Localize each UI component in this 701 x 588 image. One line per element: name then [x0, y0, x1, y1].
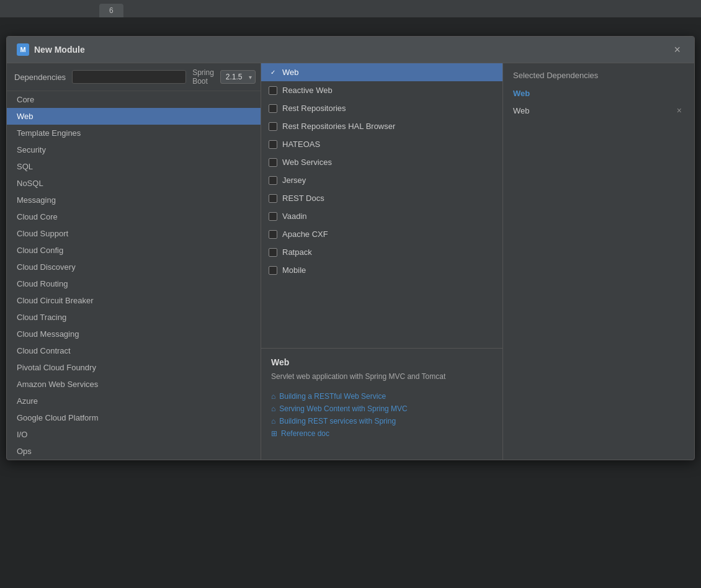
sidebar-item-cloud-messaging[interactable]: Cloud Messaging — [7, 326, 261, 342]
sidebar-item-cloud-tracing[interactable]: Cloud Tracing — [7, 309, 261, 326]
middle-panel: WebReactive WebRest RepositoriesRest Rep… — [261, 63, 503, 460]
sidebar-item-ops[interactable]: Ops — [7, 443, 261, 460]
search-wrapper: 🔍 — [72, 70, 186, 84]
dep-item-ratpack[interactable]: Ratpack — [261, 243, 502, 261]
guide-links: ⌂Building a RESTful Web Service⌂Serving … — [271, 392, 493, 438]
sidebar-item-web[interactable]: Web — [7, 108, 261, 125]
sidebar-item-cloud-discovery[interactable]: Cloud Discovery — [7, 259, 261, 275]
sidebar-item-messaging[interactable]: Messaging — [7, 192, 261, 208]
checkbox-rest-repositories[interactable] — [269, 104, 277, 113]
sidebar-item-cloud-routing[interactable]: Cloud Routing — [7, 275, 261, 292]
dep-item-vaadin[interactable]: Vaadin — [261, 207, 502, 225]
checkbox-mobile[interactable] — [269, 266, 277, 275]
dep-item-rest-docs[interactable]: REST Docs — [261, 189, 502, 207]
modal-header-left: M New Module — [17, 43, 85, 56]
guide-link-guide-restful[interactable]: ⌂Building a RESTful Web Service — [271, 392, 493, 401]
guide-icon-guide-ref-doc: ⊞ — [271, 429, 277, 438]
checkbox-vaadin[interactable] — [269, 212, 277, 221]
sidebar-item-security[interactable]: Security — [7, 141, 261, 158]
checkbox-web[interactable] — [269, 68, 277, 77]
selected-deps-list: WebWeb× — [513, 89, 684, 118]
dep-label-web: Web — [282, 68, 299, 77]
selected-dep-name-web-selected: Web — [513, 106, 530, 115]
guide-text-guide-ref-doc: Reference doc — [281, 429, 329, 438]
guide-icon-guide-rest-spring: ⌂ — [271, 417, 275, 425]
tab-6[interactable]: 6 — [99, 4, 123, 17]
sidebar-item-amazon-web-services[interactable]: Amazon Web Services — [7, 376, 261, 393]
category-list: CoreWebTemplate EnginesSecuritySQLNoSQLM… — [7, 91, 261, 460]
dep-item-mobile[interactable]: Mobile — [261, 261, 502, 279]
sidebar-item-nosql[interactable]: NoSQL — [7, 175, 261, 192]
sidebar-item-sql[interactable]: SQL — [7, 158, 261, 175]
dep-items-list: WebReactive WebRest RepositoriesRest Rep… — [261, 63, 502, 348]
modal-body: Dependencies 🔍 Spring Boot 2.1.52.2.02.0… — [7, 63, 694, 460]
right-panel: Selected Dependencies WebWeb× — [503, 63, 694, 460]
checkbox-hateoas[interactable] — [269, 140, 277, 149]
dep-label-hateoas: HATEOAS — [282, 140, 320, 149]
dep-label-ratpack: Ratpack — [282, 247, 312, 257]
dep-desc-title: Web — [271, 357, 493, 367]
guide-icon-guide-restful: ⌂ — [271, 392, 275, 401]
checkbox-apache-cxf[interactable] — [269, 230, 277, 239]
sidebar-item-template-engines[interactable]: Template Engines — [7, 125, 261, 141]
dep-label-rest-repositories: Rest Repositories — [282, 104, 346, 113]
new-module-dialog: M New Module × Dependencies 🔍 Spring Boo… — [6, 36, 695, 460]
sidebar-item-cloud-circuit-breaker[interactable]: Cloud Circuit Breaker — [7, 292, 261, 309]
dep-item-jersey[interactable]: Jersey — [261, 171, 502, 189]
dep-item-rest-repositories-hal[interactable]: Rest Repositories HAL Browser — [261, 117, 502, 135]
dep-item-hateoas[interactable]: HATEOAS — [261, 135, 502, 153]
spring-boot-label: Spring Boot — [192, 68, 214, 86]
version-wrapper: 2.1.52.2.02.0.9 ▾ — [220, 70, 256, 84]
search-input[interactable] — [72, 70, 186, 84]
sidebar-item-pivotal-cloud-foundry[interactable]: Pivotal Cloud Foundry — [7, 359, 261, 376]
guide-icon-guide-serving: ⌂ — [271, 404, 275, 413]
dep-item-rest-repositories[interactable]: Rest Repositories — [261, 99, 502, 117]
dep-label-rest-repositories-hal: Rest Repositories HAL Browser — [282, 122, 395, 131]
modal-title: New Module — [34, 45, 85, 55]
top-controls: Dependencies 🔍 Spring Boot 2.1.52.2.02.0… — [7, 63, 261, 91]
guide-link-guide-serving[interactable]: ⌂Serving Web Content with Spring MVC — [271, 404, 493, 413]
dep-label-apache-cxf: Apache CXF — [282, 229, 328, 239]
left-panel: Dependencies 🔍 Spring Boot 2.1.52.2.02.0… — [7, 63, 261, 460]
module-icon: M — [17, 43, 29, 56]
checkbox-jersey[interactable] — [269, 176, 277, 185]
sidebar-item-azure[interactable]: Azure — [7, 393, 261, 409]
sidebar-item-io[interactable]: I/O — [7, 426, 261, 443]
sidebar-item-cloud-config[interactable]: Cloud Config — [7, 242, 261, 259]
remove-dep-button-web-selected[interactable]: × — [674, 105, 684, 115]
selected-deps-header: Selected Dependencies — [513, 71, 684, 80]
checkbox-ratpack[interactable] — [269, 248, 277, 257]
sidebar-item-google-cloud-platform[interactable]: Google Cloud Platform — [7, 409, 261, 426]
dep-item-reactive-web[interactable]: Reactive Web — [261, 81, 502, 99]
dep-description-panel: Web Servlet web application with Spring … — [261, 348, 502, 460]
sidebar-item-core[interactable]: Core — [7, 91, 261, 108]
dep-item-web[interactable]: Web — [261, 63, 502, 81]
dep-label-mobile: Mobile — [282, 265, 306, 275]
dep-desc-text: Servlet web application with Spring MVC … — [271, 371, 493, 382]
checkbox-rest-docs[interactable] — [269, 194, 277, 203]
close-button[interactable]: × — [670, 43, 684, 56]
modal-header: M New Module × — [7, 37, 694, 63]
checkbox-web-services[interactable] — [269, 158, 277, 167]
dependencies-label: Dependencies — [14, 73, 66, 82]
checkbox-rest-repositories-hal[interactable] — [269, 122, 277, 131]
dep-label-jersey: Jersey — [282, 176, 306, 185]
dep-label-vaadin: Vaadin — [282, 212, 307, 221]
dep-item-web-services[interactable]: Web Services — [261, 153, 502, 171]
dep-label-rest-docs: REST Docs — [282, 194, 324, 203]
guide-text-guide-restful: Building a RESTful Web Service — [279, 392, 386, 401]
sidebar-item-cloud-core[interactable]: Cloud Core — [7, 208, 261, 225]
selected-dep-item-web-selected: Web× — [513, 103, 684, 118]
guide-text-guide-rest-spring: Building REST services with Spring — [279, 417, 396, 425]
dep-label-web-services: Web Services — [282, 158, 332, 167]
checkbox-reactive-web[interactable] — [269, 86, 277, 95]
sidebar-item-cloud-contract[interactable]: Cloud Contract — [7, 342, 261, 359]
version-select[interactable]: 2.1.52.2.02.0.9 — [220, 70, 256, 84]
selected-category-web: Web — [513, 89, 684, 98]
guide-link-guide-rest-spring[interactable]: ⌂Building REST services with Spring — [271, 417, 493, 425]
dep-item-apache-cxf[interactable]: Apache CXF — [261, 225, 502, 243]
guide-text-guide-serving: Serving Web Content with Spring MVC — [279, 404, 408, 413]
guide-link-guide-ref-doc[interactable]: ⊞Reference doc — [271, 429, 493, 438]
dep-label-reactive-web: Reactive Web — [282, 86, 333, 95]
sidebar-item-cloud-support[interactable]: Cloud Support — [7, 225, 261, 242]
